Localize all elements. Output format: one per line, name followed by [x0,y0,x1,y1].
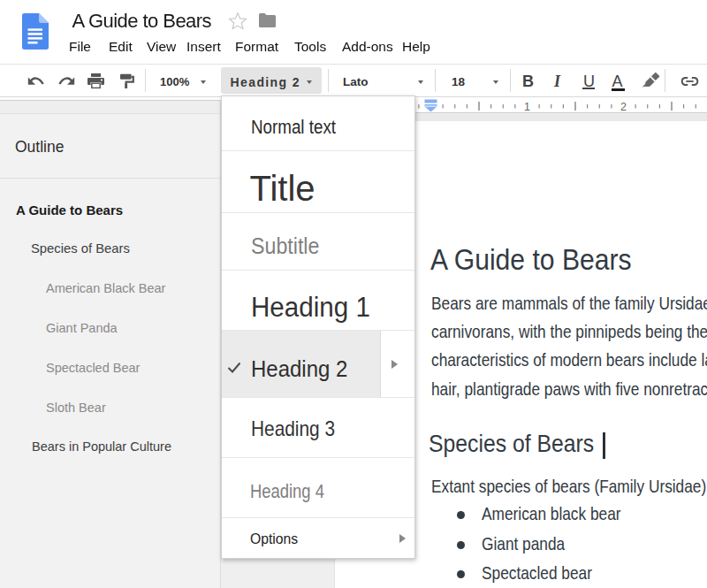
svg-text:2: 2 [620,101,627,113]
svg-text:1: 1 [524,101,530,113]
